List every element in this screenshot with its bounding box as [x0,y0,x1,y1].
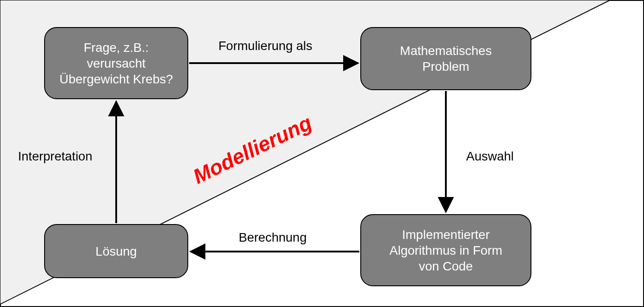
modelling-cycle-diagram: Frage, z.B.:verursachtÜbergewicht Krebs?… [0,0,644,307]
node-implementation: ImplementierterAlgorithmus in Formvon Co… [360,214,531,286]
label-formulate: Formulierung als [218,38,313,54]
node-solution: Lösung [44,224,188,278]
node-solution-text: Lösung [95,243,137,259]
node-question: Frage, z.B.:verursachtÜbergewicht Krebs? [44,27,188,99]
node-question-text: Frage, z.B.:verursachtÜbergewicht Krebs? [59,40,173,87]
node-implementation-text: ImplementierterAlgorithmus in Formvon Co… [390,227,503,274]
label-compute: Berechnung [239,230,307,245]
label-select: Auswahl [466,149,514,164]
label-interpret: Interpretation [18,149,92,164]
node-math-problem-text: MathematischesProblem [400,43,492,74]
node-math-problem: MathematischesProblem [360,27,531,90]
